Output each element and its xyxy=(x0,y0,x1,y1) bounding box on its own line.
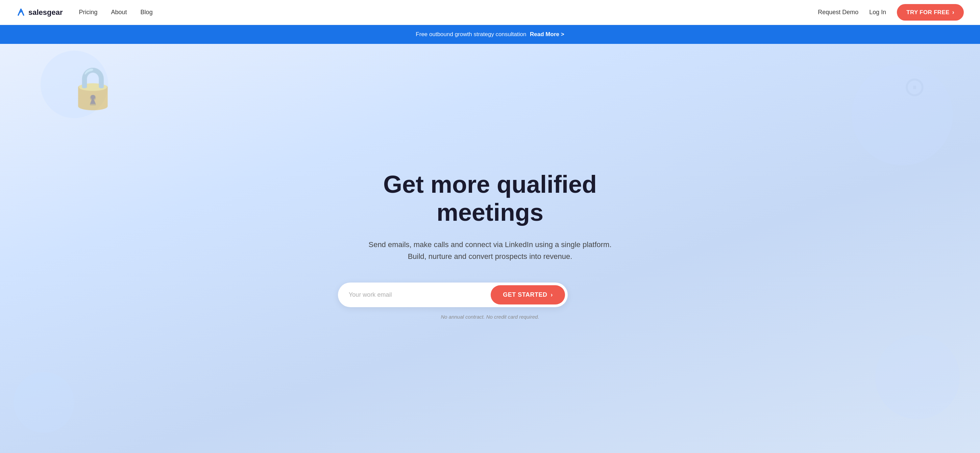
nav-link-pricing[interactable]: Pricing xyxy=(79,9,98,16)
hero-bg-circle-bottom-right xyxy=(875,335,960,419)
hero-bg-circle-bottom-left xyxy=(14,372,74,433)
nav-links: Pricing About Blog xyxy=(79,9,153,16)
hero-subtitle: Send emails, make calls and connect via … xyxy=(338,239,642,262)
login-button[interactable]: Log In xyxy=(869,9,886,16)
nav-link-blog[interactable]: Blog xyxy=(141,9,153,16)
navbar-right: Request Demo Log In TRY FOR FREE › xyxy=(818,4,964,21)
nav-link-about[interactable]: About xyxy=(111,9,127,16)
try-for-free-button[interactable]: TRY FOR FREE › xyxy=(897,4,964,21)
banner-text: Free outbound growth strategy consultati… xyxy=(416,31,526,38)
announcement-banner: Free outbound growth strategy consultati… xyxy=(0,25,980,44)
get-started-label: GET STARTED xyxy=(503,291,547,298)
nav-item-pricing[interactable]: Pricing xyxy=(79,9,98,16)
email-input[interactable] xyxy=(349,291,491,298)
navbar-left: salesgear Pricing About Blog xyxy=(16,8,153,17)
hero-deco-lock-icon: 🔒 xyxy=(68,64,118,112)
email-form: GET STARTED › xyxy=(338,282,568,307)
hero-section: 🔒 ⊙ Get more qualified meetings Send ema… xyxy=(0,44,980,453)
navbar: salesgear Pricing About Blog Request Dem… xyxy=(0,0,980,25)
get-started-chevron-icon: › xyxy=(551,291,553,298)
nav-item-about[interactable]: About xyxy=(111,9,127,16)
nav-item-blog[interactable]: Blog xyxy=(141,9,153,16)
salesgear-logo-icon xyxy=(16,8,26,17)
logo-link[interactable]: salesgear xyxy=(16,8,63,17)
hero-subtitle-line1: Send emails, make calls and connect via … xyxy=(368,240,611,249)
try-free-label: TRY FOR FREE xyxy=(906,9,949,16)
hero-title: Get more qualified meetings xyxy=(338,171,642,226)
read-more-link[interactable]: Read More > xyxy=(530,31,564,38)
get-started-button[interactable]: GET STARTED › xyxy=(491,285,565,304)
request-demo-button[interactable]: Request Demo xyxy=(818,9,858,16)
hero-content: Get more qualified meetings Send emails,… xyxy=(338,171,642,320)
try-free-chevron-icon: › xyxy=(952,9,954,16)
hero-subtitle-line2: Build, nurture and convert prospects int… xyxy=(408,252,573,261)
hero-deco-circle-icon: ⊙ xyxy=(903,71,926,102)
no-contract-text: No annual contract. No credit card requi… xyxy=(338,314,642,320)
logo-text: salesgear xyxy=(29,8,63,17)
